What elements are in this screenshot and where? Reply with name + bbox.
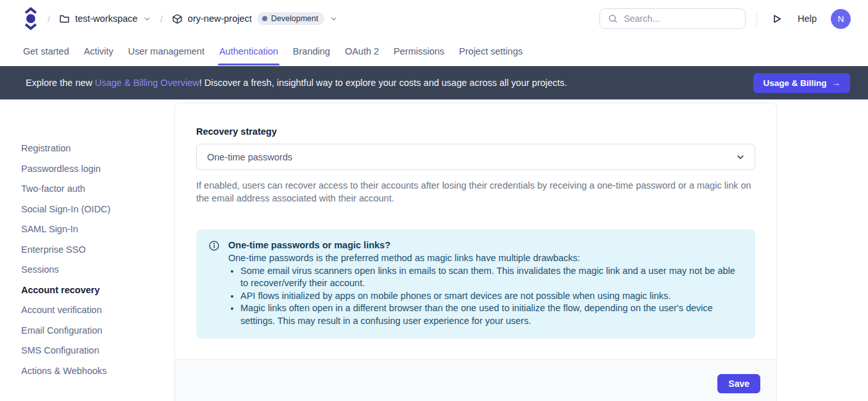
sidebar-item-enterprise-sso[interactable]: Enterprise SSO bbox=[21, 244, 174, 255]
banner-text: Explore the new Usage & Billing Overview… bbox=[26, 78, 567, 88]
info-box-bullet: API flows initialized by apps on mobile … bbox=[240, 290, 742, 303]
chevron-down-icon bbox=[330, 15, 338, 23]
usage-billing-banner: Explore the new Usage & Billing Overview… bbox=[0, 66, 868, 99]
tab-activity[interactable]: Activity bbox=[84, 38, 113, 65]
usage-billing-button[interactable]: Usage & Billing → bbox=[753, 73, 850, 93]
card-footer: Save bbox=[175, 359, 776, 401]
info-box-bullet-list: Some email virus scanners open links in … bbox=[228, 265, 742, 328]
play-icon[interactable] bbox=[771, 13, 782, 24]
sidebar-item-email-configuration[interactable]: Email Configuration bbox=[21, 325, 174, 336]
sidebar-item-sms-configuration[interactable]: SMS Configuration bbox=[21, 345, 174, 356]
sidebar-item-account-verification[interactable]: Account verification bbox=[21, 304, 174, 316]
environment-badge: Development bbox=[257, 12, 325, 25]
tab-get-started[interactable]: Get started bbox=[23, 38, 69, 65]
tab-authentication[interactable]: Authentication bbox=[219, 38, 278, 65]
breadcrumb: / test-workspace / ory-new-project bbox=[23, 6, 338, 31]
avatar[interactable]: N bbox=[831, 9, 851, 29]
header-actions: Help N bbox=[599, 8, 851, 29]
usage-billing-button-label: Usage & Billing bbox=[763, 78, 826, 88]
info-box-intro: One-time passwords is the preferred meth… bbox=[228, 252, 742, 265]
sidebar-item-account-recovery[interactable]: Account recovery bbox=[21, 284, 174, 296]
chevron-down-icon bbox=[735, 152, 746, 162]
environment-badge-label: Development bbox=[271, 14, 319, 23]
chevron-down-icon bbox=[143, 15, 151, 23]
sidebar-item-passwordless-login[interactable]: Passwordless login bbox=[21, 163, 174, 175]
sidebar-item-saml-sign-in[interactable]: SAML Sign-In bbox=[21, 223, 174, 235]
project-name: ory-new-project bbox=[188, 13, 252, 24]
search-icon bbox=[608, 13, 618, 24]
breadcrumb-separator: / bbox=[160, 13, 163, 24]
header-divider bbox=[756, 11, 757, 26]
sidebar-item-actions-webhooks[interactable]: Actions & Webhooks bbox=[21, 365, 174, 377]
search-box[interactable] bbox=[599, 8, 746, 29]
top-header: / test-workspace / ory-new-project bbox=[0, 0, 868, 37]
workspace-switcher[interactable]: test-workspace bbox=[59, 13, 151, 24]
folder-icon bbox=[59, 13, 70, 24]
info-box-content: One-time passwords or magic links? One-t… bbox=[228, 239, 742, 327]
ory-logo[interactable] bbox=[23, 6, 38, 31]
environment-dot-icon bbox=[262, 16, 267, 21]
arrow-right-icon: → bbox=[832, 78, 841, 88]
recovery-strategy-value: One-time passwords bbox=[207, 152, 735, 162]
recovery-strategy-select[interactable]: One-time passwords bbox=[196, 144, 755, 170]
info-box-bullet: Some email virus scanners open links in … bbox=[240, 265, 742, 290]
package-icon bbox=[172, 13, 183, 24]
account-recovery-card: Recovery strategy One-time passwords If … bbox=[174, 103, 777, 401]
recovery-strategy-description: If enabled, users can recover access to … bbox=[196, 179, 755, 205]
page-content: Registration Passwordless login Two-fact… bbox=[0, 99, 868, 401]
tab-oauth2[interactable]: OAuth 2 bbox=[345, 38, 379, 65]
tab-project-settings[interactable]: Project settings bbox=[459, 38, 522, 65]
authentication-sidebar: Registration Passwordless login Two-fact… bbox=[0, 99, 174, 377]
info-box-bullet: Magic links often open in a different br… bbox=[240, 302, 742, 327]
breadcrumb-separator: / bbox=[47, 13, 50, 24]
banner-text-suffix: ! Discover a fresh, insightful way to ex… bbox=[199, 78, 567, 88]
info-icon bbox=[208, 239, 220, 327]
sidebar-item-sessions[interactable]: Sessions bbox=[21, 264, 174, 275]
save-button[interactable]: Save bbox=[717, 374, 760, 393]
sidebar-item-registration[interactable]: Registration bbox=[21, 142, 174, 154]
info-box: One-time passwords or magic links? One-t… bbox=[196, 229, 755, 339]
tab-branding[interactable]: Branding bbox=[293, 38, 330, 65]
help-link[interactable]: Help bbox=[797, 13, 817, 24]
banner-text-prefix: Explore the new bbox=[26, 78, 95, 88]
project-nav-tabs: Get started Activity User management Aut… bbox=[0, 37, 868, 66]
project-switcher[interactable]: ory-new-project Development bbox=[172, 12, 338, 25]
recovery-strategy-label: Recovery strategy bbox=[196, 126, 755, 137]
tab-user-management[interactable]: User management bbox=[128, 38, 204, 65]
sidebar-item-social-sign-in[interactable]: Social Sign-In (OIDC) bbox=[21, 203, 174, 215]
usage-billing-overview-link[interactable]: Usage & Billing Overview bbox=[95, 78, 199, 88]
sidebar-item-two-factor-auth[interactable]: Two-factor auth bbox=[21, 183, 174, 194]
workspace-name: test-workspace bbox=[75, 13, 138, 24]
tab-permissions[interactable]: Permissions bbox=[394, 38, 444, 65]
info-box-title: One-time passwords or magic links? bbox=[228, 239, 742, 252]
search-input[interactable] bbox=[624, 13, 740, 24]
